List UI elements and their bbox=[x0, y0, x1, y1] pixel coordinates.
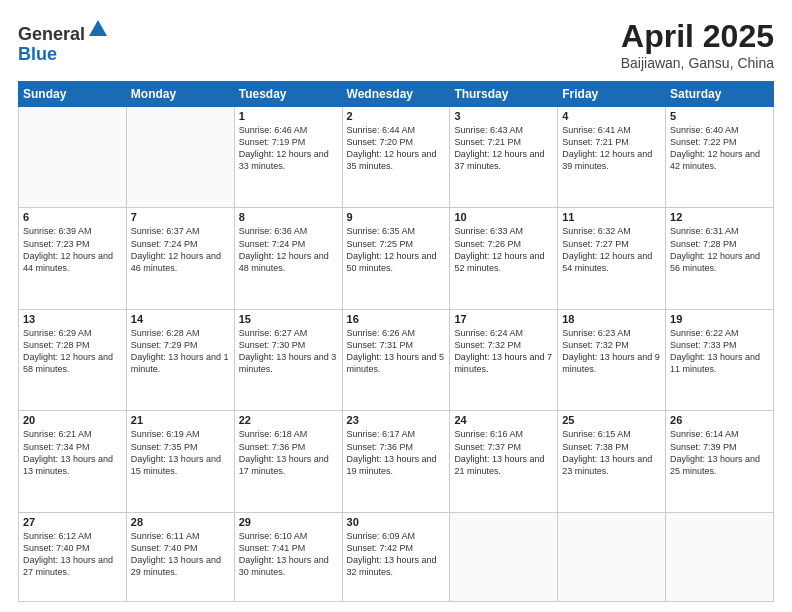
day-info: Sunrise: 6:39 AMSunset: 7:23 PMDaylight:… bbox=[23, 225, 122, 274]
calendar-cell bbox=[558, 512, 666, 601]
calendar-cell: 30Sunrise: 6:09 AMSunset: 7:42 PMDayligh… bbox=[342, 512, 450, 601]
calendar-cell: 18Sunrise: 6:23 AMSunset: 7:32 PMDayligh… bbox=[558, 309, 666, 410]
day-info: Sunrise: 6:29 AMSunset: 7:28 PMDaylight:… bbox=[23, 327, 122, 376]
calendar-cell: 28Sunrise: 6:11 AMSunset: 7:40 PMDayligh… bbox=[126, 512, 234, 601]
calendar-cell: 12Sunrise: 6:31 AMSunset: 7:28 PMDayligh… bbox=[666, 208, 774, 309]
day-number: 15 bbox=[239, 313, 338, 325]
day-info: Sunrise: 6:32 AMSunset: 7:27 PMDaylight:… bbox=[562, 225, 661, 274]
week-row-5: 27Sunrise: 6:12 AMSunset: 7:40 PMDayligh… bbox=[19, 512, 774, 601]
day-number: 16 bbox=[347, 313, 446, 325]
day-info: Sunrise: 6:40 AMSunset: 7:22 PMDaylight:… bbox=[670, 124, 769, 173]
calendar-cell: 10Sunrise: 6:33 AMSunset: 7:26 PMDayligh… bbox=[450, 208, 558, 309]
day-number: 1 bbox=[239, 110, 338, 122]
day-info: Sunrise: 6:28 AMSunset: 7:29 PMDaylight:… bbox=[131, 327, 230, 376]
day-info: Sunrise: 6:44 AMSunset: 7:20 PMDaylight:… bbox=[347, 124, 446, 173]
day-info: Sunrise: 6:36 AMSunset: 7:24 PMDaylight:… bbox=[239, 225, 338, 274]
calendar-cell: 2Sunrise: 6:44 AMSunset: 7:20 PMDaylight… bbox=[342, 107, 450, 208]
day-info: Sunrise: 6:37 AMSunset: 7:24 PMDaylight:… bbox=[131, 225, 230, 274]
day-number: 23 bbox=[347, 414, 446, 426]
header: General Blue April 2025 Baijiawan, Gansu… bbox=[18, 18, 774, 71]
header-wednesday: Wednesday bbox=[342, 82, 450, 107]
day-number: 18 bbox=[562, 313, 661, 325]
location: Baijiawan, Gansu, China bbox=[621, 55, 774, 71]
calendar-cell: 11Sunrise: 6:32 AMSunset: 7:27 PMDayligh… bbox=[558, 208, 666, 309]
day-info: Sunrise: 6:24 AMSunset: 7:32 PMDaylight:… bbox=[454, 327, 553, 376]
calendar-cell: 26Sunrise: 6:14 AMSunset: 7:39 PMDayligh… bbox=[666, 411, 774, 512]
day-number: 22 bbox=[239, 414, 338, 426]
calendar-cell: 23Sunrise: 6:17 AMSunset: 7:36 PMDayligh… bbox=[342, 411, 450, 512]
day-number: 3 bbox=[454, 110, 553, 122]
calendar-cell: 7Sunrise: 6:37 AMSunset: 7:24 PMDaylight… bbox=[126, 208, 234, 309]
day-info: Sunrise: 6:43 AMSunset: 7:21 PMDaylight:… bbox=[454, 124, 553, 173]
week-row-3: 13Sunrise: 6:29 AMSunset: 7:28 PMDayligh… bbox=[19, 309, 774, 410]
calendar-cell bbox=[450, 512, 558, 601]
calendar-cell: 13Sunrise: 6:29 AMSunset: 7:28 PMDayligh… bbox=[19, 309, 127, 410]
day-info: Sunrise: 6:14 AMSunset: 7:39 PMDaylight:… bbox=[670, 428, 769, 477]
calendar-cell bbox=[19, 107, 127, 208]
calendar-cell: 24Sunrise: 6:16 AMSunset: 7:37 PMDayligh… bbox=[450, 411, 558, 512]
calendar-cell: 17Sunrise: 6:24 AMSunset: 7:32 PMDayligh… bbox=[450, 309, 558, 410]
calendar-cell: 14Sunrise: 6:28 AMSunset: 7:29 PMDayligh… bbox=[126, 309, 234, 410]
header-saturday: Saturday bbox=[666, 82, 774, 107]
week-row-2: 6Sunrise: 6:39 AMSunset: 7:23 PMDaylight… bbox=[19, 208, 774, 309]
logo-icon bbox=[87, 18, 109, 40]
calendar-cell: 21Sunrise: 6:19 AMSunset: 7:35 PMDayligh… bbox=[126, 411, 234, 512]
header-tuesday: Tuesday bbox=[234, 82, 342, 107]
logo-blue: Blue bbox=[18, 44, 57, 64]
calendar-cell: 1Sunrise: 6:46 AMSunset: 7:19 PMDaylight… bbox=[234, 107, 342, 208]
calendar-cell: 4Sunrise: 6:41 AMSunset: 7:21 PMDaylight… bbox=[558, 107, 666, 208]
logo-general: General bbox=[18, 24, 85, 44]
day-info: Sunrise: 6:18 AMSunset: 7:36 PMDaylight:… bbox=[239, 428, 338, 477]
day-info: Sunrise: 6:23 AMSunset: 7:32 PMDaylight:… bbox=[562, 327, 661, 376]
month-title: April 2025 bbox=[621, 18, 774, 55]
day-number: 8 bbox=[239, 211, 338, 223]
day-number: 17 bbox=[454, 313, 553, 325]
day-info: Sunrise: 6:10 AMSunset: 7:41 PMDaylight:… bbox=[239, 530, 338, 579]
calendar: Sunday Monday Tuesday Wednesday Thursday… bbox=[18, 81, 774, 602]
header-thursday: Thursday bbox=[450, 82, 558, 107]
header-sunday: Sunday bbox=[19, 82, 127, 107]
day-number: 7 bbox=[131, 211, 230, 223]
day-number: 12 bbox=[670, 211, 769, 223]
calendar-cell: 29Sunrise: 6:10 AMSunset: 7:41 PMDayligh… bbox=[234, 512, 342, 601]
calendar-cell: 16Sunrise: 6:26 AMSunset: 7:31 PMDayligh… bbox=[342, 309, 450, 410]
header-friday: Friday bbox=[558, 82, 666, 107]
calendar-cell: 25Sunrise: 6:15 AMSunset: 7:38 PMDayligh… bbox=[558, 411, 666, 512]
day-info: Sunrise: 6:22 AMSunset: 7:33 PMDaylight:… bbox=[670, 327, 769, 376]
day-info: Sunrise: 6:35 AMSunset: 7:25 PMDaylight:… bbox=[347, 225, 446, 274]
day-number: 5 bbox=[670, 110, 769, 122]
logo-blue-text: Blue bbox=[18, 45, 109, 65]
calendar-cell: 5Sunrise: 6:40 AMSunset: 7:22 PMDaylight… bbox=[666, 107, 774, 208]
day-number: 19 bbox=[670, 313, 769, 325]
day-info: Sunrise: 6:15 AMSunset: 7:38 PMDaylight:… bbox=[562, 428, 661, 477]
calendar-cell: 8Sunrise: 6:36 AMSunset: 7:24 PMDaylight… bbox=[234, 208, 342, 309]
calendar-cell bbox=[666, 512, 774, 601]
calendar-cell: 20Sunrise: 6:21 AMSunset: 7:34 PMDayligh… bbox=[19, 411, 127, 512]
calendar-cell: 6Sunrise: 6:39 AMSunset: 7:23 PMDaylight… bbox=[19, 208, 127, 309]
day-info: Sunrise: 6:09 AMSunset: 7:42 PMDaylight:… bbox=[347, 530, 446, 579]
day-number: 10 bbox=[454, 211, 553, 223]
calendar-cell: 22Sunrise: 6:18 AMSunset: 7:36 PMDayligh… bbox=[234, 411, 342, 512]
day-info: Sunrise: 6:31 AMSunset: 7:28 PMDaylight:… bbox=[670, 225, 769, 274]
day-info: Sunrise: 6:27 AMSunset: 7:30 PMDaylight:… bbox=[239, 327, 338, 376]
calendar-cell: 3Sunrise: 6:43 AMSunset: 7:21 PMDaylight… bbox=[450, 107, 558, 208]
day-number: 24 bbox=[454, 414, 553, 426]
logo-text: General bbox=[18, 18, 109, 45]
day-number: 6 bbox=[23, 211, 122, 223]
page: General Blue April 2025 Baijiawan, Gansu… bbox=[0, 0, 792, 612]
day-info: Sunrise: 6:41 AMSunset: 7:21 PMDaylight:… bbox=[562, 124, 661, 173]
day-number: 13 bbox=[23, 313, 122, 325]
calendar-cell: 19Sunrise: 6:22 AMSunset: 7:33 PMDayligh… bbox=[666, 309, 774, 410]
day-info: Sunrise: 6:12 AMSunset: 7:40 PMDaylight:… bbox=[23, 530, 122, 579]
day-number: 4 bbox=[562, 110, 661, 122]
day-info: Sunrise: 6:11 AMSunset: 7:40 PMDaylight:… bbox=[131, 530, 230, 579]
day-number: 27 bbox=[23, 516, 122, 528]
day-info: Sunrise: 6:33 AMSunset: 7:26 PMDaylight:… bbox=[454, 225, 553, 274]
day-number: 20 bbox=[23, 414, 122, 426]
weekday-header-row: Sunday Monday Tuesday Wednesday Thursday… bbox=[19, 82, 774, 107]
day-number: 26 bbox=[670, 414, 769, 426]
week-row-1: 1Sunrise: 6:46 AMSunset: 7:19 PMDaylight… bbox=[19, 107, 774, 208]
calendar-cell: 15Sunrise: 6:27 AMSunset: 7:30 PMDayligh… bbox=[234, 309, 342, 410]
logo: General Blue bbox=[18, 18, 109, 65]
day-number: 14 bbox=[131, 313, 230, 325]
